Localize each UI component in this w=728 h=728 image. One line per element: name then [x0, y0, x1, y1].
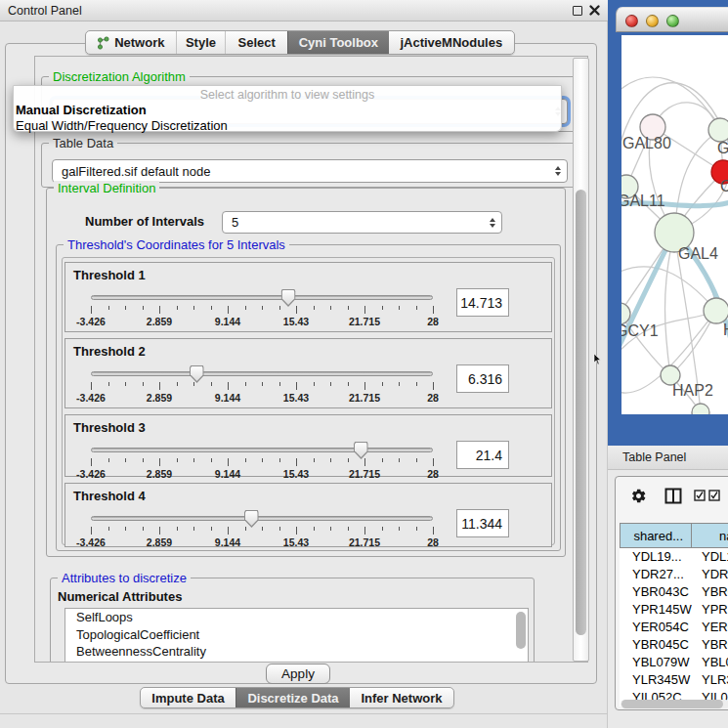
apply-button-label: Apply [281, 666, 315, 681]
tab-infer-network-label: Infer Network [361, 691, 442, 706]
panel-divider [0, 713, 608, 714]
top-tab-bar: Network Style Select Cyni Toolbox jActiv… [85, 30, 515, 55]
threshold-slider-thumb[interactable] [281, 289, 296, 307]
tab-network[interactable]: Network [86, 31, 176, 54]
tab-style[interactable]: Style [176, 31, 226, 54]
slider-axis-labels: -3.4262.8599.14415.4321.71528 [91, 468, 434, 480]
threshold-value-field[interactable]: 6.316 [456, 364, 509, 393]
cell-name[interactable]: YER0 [692, 619, 728, 636]
network-canvas[interactable]: GAL80GALCGAL11GAL4GCY1HHAP2 [621, 35, 728, 414]
network-window-titlebar[interactable] [616, 7, 728, 32]
cell-name[interactable]: YLR3 [692, 671, 728, 689]
cell-name[interactable]: YBL0 [692, 654, 728, 671]
combo-stepper-icon [555, 166, 561, 176]
algorithm-option-manual[interactable]: Manual Discretization [14, 102, 561, 117]
table-row[interactable]: YPR145WYPR1 [620, 601, 728, 619]
table-row[interactable]: YDR27...YDR2 [620, 566, 728, 583]
slider-tick-marks [91, 527, 434, 535]
cell-name[interactable]: YBR0 [692, 636, 728, 654]
threshold-slider-thumb[interactable] [244, 510, 259, 528]
cell-shared-name[interactable]: YPR145W [620, 601, 692, 619]
content-panel: Discretization Algorithm Table Data galF… [5, 43, 597, 684]
horizontal-scrollbar-thumb[interactable] [621, 700, 723, 708]
attribute-list-item[interactable]: SelfLoops [65, 609, 528, 626]
checkbox-filter-icon[interactable] [694, 490, 721, 501]
cell-shared-name[interactable]: YBL079W [620, 654, 692, 671]
discretization-algorithm-title: Discretization Algorithm [49, 69, 190, 84]
threshold-value-field[interactable]: 11.344 [456, 509, 509, 537]
table-row[interactable]: YDL19...YDL1 [620, 548, 728, 566]
table-panel-inner: shared... name YDL19...YDL1YDR27...YDR2Y… [615, 476, 728, 710]
cell-shared-name[interactable]: YDL19... [620, 548, 692, 566]
table-row[interactable]: YER054CYER0 [620, 619, 728, 636]
apply-button[interactable]: Apply [266, 664, 330, 684]
threshold-slider-track[interactable] [91, 516, 433, 521]
float-window-icon[interactable] [573, 6, 582, 16]
column-header-shared-name[interactable]: shared... [620, 523, 692, 548]
slider-axis-labels: -3.4262.8599.14415.4321.71528 [91, 536, 434, 548]
table-row[interactable]: YBR045CYBR0 [620, 636, 728, 654]
thresholds-group-title: Threshold's Coordinates for 5 Intervals [64, 237, 289, 252]
cell-shared-name[interactable]: YER054C [620, 619, 692, 636]
numerical-attributes-label: Numerical Attributes [58, 589, 182, 604]
cell-name[interactable]: YPR1 [692, 601, 728, 619]
table-row[interactable]: YLR345WYLR3 [620, 671, 728, 689]
attributes-list-scrollbar[interactable] [516, 612, 526, 649]
settings-viewport: Discretization Algorithm Table Data galF… [34, 56, 588, 663]
minimize-traffic-light[interactable] [646, 15, 659, 27]
network-node[interactable] [692, 404, 709, 414]
control-panel-titlebar: Control Panel [0, 0, 608, 21]
threshold-slider-track[interactable] [91, 295, 433, 300]
cell-shared-name[interactable]: YDR27... [620, 566, 692, 583]
threshold-value-field[interactable]: 14.713 [456, 288, 509, 317]
tab-network-label: Network [114, 35, 164, 50]
attributes-group-title: Attributes to discretize [58, 571, 191, 585]
tab-select[interactable]: Select [225, 31, 287, 54]
cell-shared-name[interactable]: YLR345W [620, 671, 692, 689]
cell-name[interactable]: YDL1 [692, 548, 728, 566]
algorithm-option-equal-width[interactable]: Equal Width/Frequency Discretization [14, 117, 561, 133]
network-node-h[interactable] [704, 298, 728, 323]
network-node-gal[interactable] [708, 118, 728, 142]
threshold-slider-thumb[interactable] [354, 442, 368, 459]
threshold-slider-thumb[interactable] [190, 365, 204, 383]
horizontal-scrollbar[interactable] [621, 700, 728, 708]
threshold-slider-track[interactable] [91, 371, 433, 376]
tab-impute-data[interactable]: Impute Data [141, 688, 236, 707]
cell-name[interactable]: YDR2 [692, 566, 728, 583]
cell-shared-name[interactable]: YBR043C [620, 583, 692, 601]
attribute-list-item[interactable]: TopologicalCoefficient [65, 626, 528, 644]
slider-tick-marks [91, 306, 434, 314]
threshold-panel-3: Threshold 3-3.4262.8599.14415.4321.71528… [64, 414, 552, 477]
close-traffic-light[interactable] [625, 15, 638, 27]
tab-cyni-toolbox[interactable]: Cyni Toolbox [287, 31, 389, 54]
columns-icon[interactable] [664, 488, 682, 504]
gear-icon[interactable] [630, 488, 647, 504]
table-row[interactable]: YBR043CYBR0 [620, 583, 728, 601]
cell-name[interactable]: YBR0 [692, 583, 728, 601]
number-of-intervals-combobox[interactable]: 5 [222, 211, 502, 234]
slider-axis-labels: -3.4262.8599.14415.4321.71528 [91, 316, 434, 327]
network-node-label: GCY1 [621, 322, 659, 339]
tab-discretize-data[interactable]: Discretize Data [236, 688, 350, 707]
attribute-list-item[interactable]: BetweennessCentrality [65, 643, 528, 661]
table-row[interactable]: YBL079WYBL0 [620, 654, 728, 671]
network-node-label: GAL80 [622, 135, 671, 151]
tab-infer-network[interactable]: Infer Network [350, 688, 453, 707]
tab-discretize-data-label: Discretize Data [247, 691, 338, 706]
vertical-scrollbar[interactable] [573, 58, 589, 662]
algorithm-dropdown-popup: Select algorithm to view settings Manual… [13, 85, 562, 132]
threshold-slider-track[interactable] [91, 448, 433, 452]
tab-jactivemnodules[interactable]: jActiveMNodules [389, 31, 514, 54]
numerical-attributes-list[interactable]: SelfLoopsTopologicalCoefficientBetweenne… [64, 608, 529, 663]
network-icon [97, 36, 109, 50]
cell-shared-name[interactable]: YBR045C [620, 636, 692, 654]
threshold-value-field[interactable]: 21.4 [456, 441, 509, 469]
column-header-name[interactable]: name [692, 523, 728, 548]
close-icon[interactable] [588, 4, 601, 17]
zoom-traffic-light[interactable] [666, 15, 679, 27]
table-data-combobox[interactable]: galFiltered.sif default node [52, 159, 568, 183]
network-node-label: HAP2 [672, 382, 713, 399]
table-header-row: shared... name [620, 523, 728, 548]
scrollbar-thumb[interactable] [576, 190, 586, 635]
